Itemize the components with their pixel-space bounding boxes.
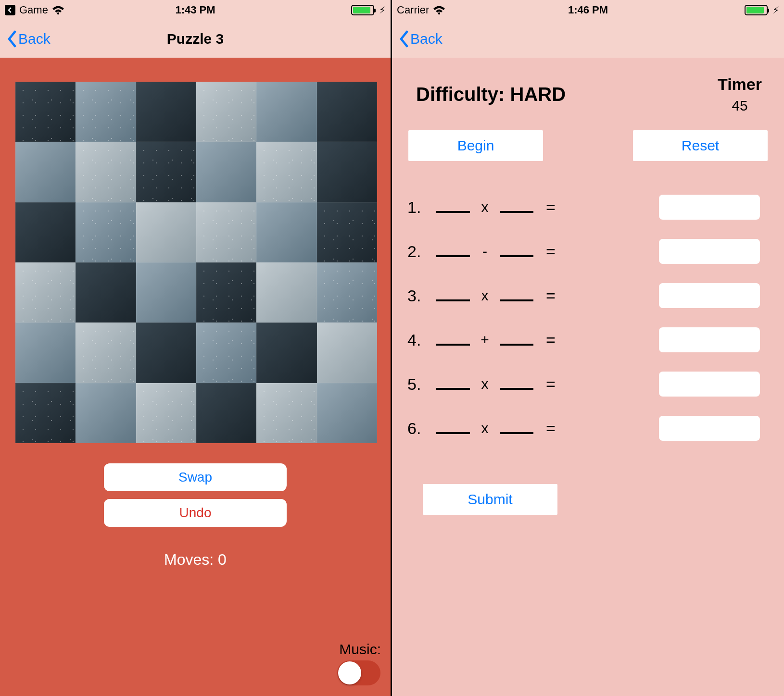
- puzzle-tile[interactable]: [317, 142, 377, 202]
- puzzle-tile[interactable]: [196, 323, 256, 383]
- puzzle-tile[interactable]: [136, 262, 196, 323]
- operand-blank: [436, 299, 470, 301]
- puzzle-tile[interactable]: [256, 262, 316, 323]
- status-carrier: Carrier: [397, 4, 429, 16]
- puzzle-tile[interactable]: [15, 82, 76, 142]
- equals-sign: =: [541, 286, 560, 305]
- svg-point-0: [57, 12, 59, 14]
- answer-input[interactable]: [659, 327, 760, 352]
- music-toggle[interactable]: [337, 660, 380, 685]
- operand-blank: [500, 344, 533, 346]
- svg-point-1: [438, 12, 440, 14]
- status-time: 1:43 PM: [175, 4, 215, 16]
- puzzle-tile[interactable]: [15, 323, 76, 383]
- puzzle-tile[interactable]: [136, 142, 196, 202]
- puzzle-tile[interactable]: [15, 383, 76, 443]
- battery-icon: [745, 5, 768, 15]
- answer-input[interactable]: [659, 372, 760, 397]
- swap-button[interactable]: Swap: [104, 463, 287, 491]
- moves-counter: Moves: 0: [15, 551, 375, 569]
- back-button[interactable]: Back: [7, 30, 51, 48]
- puzzle-tile[interactable]: [15, 262, 76, 323]
- puzzle-tile[interactable]: [196, 202, 256, 262]
- problem-row: 4. + =: [407, 318, 774, 362]
- puzzle-tile[interactable]: [15, 142, 76, 202]
- equals-sign: =: [541, 331, 560, 349]
- answer-input[interactable]: [659, 283, 760, 308]
- back-label: Back: [410, 31, 443, 47]
- puzzle-tile[interactable]: [76, 202, 136, 262]
- puzzle-tile[interactable]: [76, 383, 136, 443]
- operand-blank: [436, 344, 470, 346]
- puzzle-tile[interactable]: [317, 82, 377, 142]
- puzzle-tile[interactable]: [317, 323, 377, 383]
- operand-blank: [436, 388, 470, 390]
- equals-sign: =: [541, 198, 560, 217]
- operand-blank: [500, 211, 533, 213]
- problem-number: 2.: [407, 242, 433, 261]
- puzzle-tile[interactable]: [256, 142, 316, 202]
- operand-blank: [436, 255, 470, 257]
- puzzle-tile[interactable]: [196, 262, 256, 323]
- equals-sign: =: [541, 242, 560, 261]
- problem-number: 1.: [407, 198, 433, 217]
- puzzle-tile[interactable]: [256, 82, 316, 142]
- back-to-app-icon[interactable]: [5, 5, 15, 15]
- operator: x: [473, 420, 497, 436]
- problem-number: 3.: [407, 286, 433, 305]
- puzzle-tile[interactable]: [317, 262, 377, 323]
- reset-button[interactable]: Reset: [633, 130, 768, 161]
- problem-row: 2. - =: [407, 229, 774, 273]
- charging-icon: ⚡︎: [772, 4, 779, 16]
- puzzle-tile[interactable]: [256, 202, 316, 262]
- puzzle-tile[interactable]: [76, 323, 136, 383]
- puzzle-tile[interactable]: [256, 383, 316, 443]
- puzzle-tile[interactable]: [196, 383, 256, 443]
- problem-row: 6. x =: [407, 406, 774, 450]
- wifi-icon: [433, 5, 445, 15]
- puzzle-tile[interactable]: [15, 202, 76, 262]
- puzzle-tile[interactable]: [136, 383, 196, 443]
- operator: x: [473, 376, 497, 392]
- operand-blank: [436, 211, 470, 213]
- timer-label: Timer: [718, 75, 762, 94]
- puzzle-tile[interactable]: [317, 383, 377, 443]
- music-label: Music:: [339, 641, 381, 658]
- answer-input[interactable]: [659, 416, 760, 441]
- operand-blank: [500, 299, 533, 301]
- puzzle-screen: Game 1:43 PM ⚡︎ Back Puzzle 3: [0, 0, 392, 696]
- undo-button[interactable]: Undo: [104, 499, 287, 527]
- answer-input[interactable]: [659, 195, 760, 220]
- puzzle-tile[interactable]: [136, 202, 196, 262]
- problem-row: 5. x =: [407, 362, 774, 406]
- difficulty-label: Difficulty: HARD: [416, 84, 566, 105]
- toggle-knob: [338, 661, 361, 684]
- puzzle-tile[interactable]: [76, 82, 136, 142]
- problem-row: 3. x =: [407, 273, 774, 318]
- operator: x: [473, 199, 497, 215]
- problem-number: 4.: [407, 331, 433, 349]
- puzzle-tile[interactable]: [136, 82, 196, 142]
- status-time: 1:46 PM: [568, 4, 608, 16]
- operand-blank: [500, 432, 533, 434]
- equals-sign: =: [541, 419, 560, 438]
- operand-blank: [436, 432, 470, 434]
- wifi-icon: [52, 5, 64, 15]
- chevron-left-icon: [399, 30, 409, 48]
- puzzle-tile[interactable]: [317, 202, 377, 262]
- problem-number: 6.: [407, 419, 433, 438]
- puzzle-tile[interactable]: [196, 142, 256, 202]
- puzzle-tile[interactable]: [76, 262, 136, 323]
- operator: x: [473, 287, 497, 304]
- puzzle-tile[interactable]: [196, 82, 256, 142]
- nav-bar: Back Puzzle 3: [0, 20, 391, 58]
- back-button[interactable]: Back: [399, 30, 443, 48]
- timer-value: 45: [718, 98, 762, 114]
- puzzle-tile[interactable]: [76, 142, 136, 202]
- begin-button[interactable]: Begin: [408, 130, 543, 161]
- submit-button[interactable]: Submit: [423, 484, 557, 515]
- puzzle-tile[interactable]: [136, 323, 196, 383]
- puzzle-tile[interactable]: [256, 323, 316, 383]
- problem-number: 5.: [407, 375, 433, 394]
- answer-input[interactable]: [659, 239, 760, 264]
